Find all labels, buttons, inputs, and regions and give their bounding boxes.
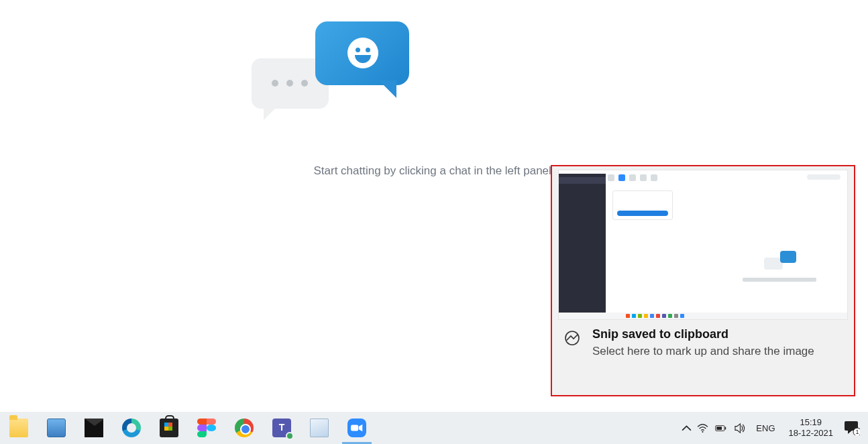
mail-icon (85, 419, 103, 437)
taskbar-zoom[interactable] (338, 412, 376, 444)
store-icon (160, 419, 178, 437)
tray-volume[interactable] (730, 412, 749, 444)
tray-time: 15:19 (789, 417, 834, 428)
tray-date: 18-12-2021 (789, 428, 834, 439)
chrome-icon (235, 419, 254, 437)
tray-clock[interactable]: 15:19 18-12-2021 (782, 417, 840, 438)
taskbar: T ENG 15:19 18-12-2021 (0, 412, 868, 444)
notification-icon: 1 (844, 421, 860, 435)
snip-icon (564, 330, 580, 346)
tray-language[interactable]: ENG (749, 423, 781, 433)
tray-battery[interactable] (710, 412, 730, 444)
svg-point-2 (702, 431, 703, 432)
notification-title: Snip saved to clipboard (592, 327, 814, 341)
svg-rect-1 (351, 425, 358, 431)
taskbar-apps: T (0, 412, 376, 444)
battery-icon (715, 423, 726, 434)
chevron-up-icon (681, 423, 692, 434)
tray-overflow[interactable] (678, 412, 694, 444)
taskbar-on-screen-keyboard[interactable] (38, 412, 75, 444)
taskbar-figma[interactable] (188, 412, 225, 444)
taskbar-teams[interactable]: T (263, 412, 301, 444)
notification-subtitle: Select here to mark up and share the ima… (592, 344, 814, 359)
notepad-icon (310, 419, 329, 437)
system-tray: ENG 15:19 18-12-2021 1 (678, 412, 868, 444)
taskbar-chrome[interactable] (225, 412, 263, 444)
taskbar-mail[interactable] (75, 412, 113, 444)
figma-icon (197, 419, 216, 437)
tray-wifi[interactable] (694, 412, 710, 444)
action-center[interactable]: 1 (840, 412, 864, 444)
edge-icon (122, 419, 141, 437)
svg-rect-5 (716, 427, 722, 430)
keyboard-icon (47, 419, 66, 437)
zoom-icon (347, 419, 366, 437)
snip-thumbnail (559, 170, 847, 319)
chat-illustration (252, 21, 406, 135)
teams-icon: T (272, 419, 291, 437)
explorer-icon (9, 419, 28, 437)
taskbar-file-explorer[interactable] (0, 412, 38, 444)
wifi-icon (697, 423, 708, 434)
snip-notification[interactable]: Snip saved to clipboard Select here to m… (551, 165, 855, 396)
notification-badge: 1 (855, 429, 859, 435)
speech-bubble-blue-icon (315, 21, 409, 95)
svg-rect-4 (725, 427, 726, 429)
taskbar-edge[interactable] (113, 412, 150, 444)
taskbar-notepad[interactable] (301, 412, 338, 444)
taskbar-store[interactable] (150, 412, 188, 444)
volume-icon (735, 423, 746, 434)
